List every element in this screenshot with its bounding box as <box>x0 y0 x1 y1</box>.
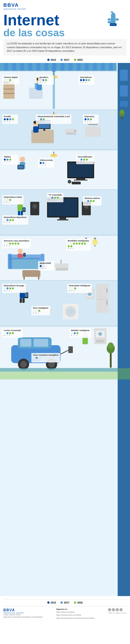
pago-dots <box>4 288 24 290</box>
dot-filled <box>84 242 86 244</box>
svg-rect-31 <box>3 89 14 90</box>
svg-point-109 <box>92 239 98 245</box>
dot-filled <box>12 332 14 334</box>
innovation-subtitle: INNOVATION CENTER <box>3 8 127 10</box>
footer-credit-block: c b n s Gráfico: Prodigioso Volcán <box>108 608 127 614</box>
ereaders-dots <box>40 79 52 81</box>
by-icon: b <box>112 608 115 611</box>
dot-filled <box>90 118 92 120</box>
dot-filled <box>74 332 76 334</box>
dot-filled <box>80 158 82 160</box>
portatil-dots <box>4 118 16 120</box>
dot-filled <box>6 118 8 120</box>
dot-filled <box>92 200 94 202</box>
dot-empty <box>71 332 73 334</box>
impresora-dots <box>84 118 97 120</box>
dot-filled <box>36 357 38 359</box>
svg-rect-102 <box>55 264 68 268</box>
svg-rect-123 <box>96 284 109 313</box>
smartphone-dots <box>80 79 92 81</box>
device-estereo: Sistema estéreo 0 2 3 <box>83 196 102 206</box>
svg-rect-17 <box>120 70 128 81</box>
dot-filled <box>9 288 11 290</box>
svg-rect-74 <box>18 165 23 169</box>
coche-dots <box>4 332 21 334</box>
dot-filled <box>42 162 44 164</box>
svg-point-143 <box>20 361 27 368</box>
dot-filled <box>9 118 11 120</box>
cc-icon: c <box>108 608 111 611</box>
dot-empty <box>78 158 80 160</box>
header: BBVA INNOVATION CENTER <box>0 0 130 11</box>
dot-empty <box>4 199 6 201</box>
device-impresora: Impresora 1 1 1 <box>83 114 98 124</box>
device-descodificador: Descodificador 0 2 3 <box>76 155 94 164</box>
svg-rect-126 <box>106 300 107 305</box>
dot-filled <box>76 242 78 244</box>
dot-filled <box>88 79 90 81</box>
svg-point-10 <box>114 24 115 25</box>
dot-empty <box>4 242 6 244</box>
dot-empty <box>72 288 74 290</box>
legend-2022: 2022 <box>74 58 83 61</box>
svg-rect-114 <box>24 253 25 256</box>
footer-social-title: Síguenos en: <box>56 608 94 610</box>
dot-empty <box>84 200 86 202</box>
svg-rect-1 <box>110 12 113 12</box>
dot-filled <box>68 245 70 247</box>
svg-point-59 <box>74 130 76 132</box>
dot-filled <box>81 242 83 244</box>
dot-filled <box>12 242 14 244</box>
svg-rect-58 <box>66 132 76 134</box>
dot-empty <box>70 242 72 244</box>
svg-point-83 <box>33 205 36 208</box>
svg-rect-56 <box>88 124 98 125</box>
dot-filled <box>6 332 8 334</box>
deportivos-dots <box>4 219 27 221</box>
device-pago: Dispositivos de pago 0 1 2 <box>2 284 26 293</box>
svg-point-135 <box>68 308 74 315</box>
svg-point-162 <box>108 342 114 349</box>
svg-rect-158 <box>52 63 55 72</box>
dot-filled <box>90 200 92 202</box>
dot-filled <box>43 118 45 120</box>
footer-legend-2022: 2022 <box>74 601 83 604</box>
dot-empty <box>38 118 40 120</box>
hero-section: Internet de las cosas <box>0 11 130 39</box>
svg-rect-80 <box>57 219 68 220</box>
svg-rect-92 <box>20 211 23 216</box>
dot-filled <box>12 219 14 221</box>
sa-icon: s <box>120 608 122 611</box>
bbva-logo: BBVA INNOVATION CENTER <box>3 2 127 10</box>
footer: 2012 2017 2022 BBVA INNOVATION CENTER Fu… <box>0 597 130 622</box>
sensores-dots <box>4 242 29 244</box>
medidor-dots <box>71 332 90 334</box>
dot-empty <box>42 265 44 267</box>
legend-2017: 2017 <box>60 58 69 61</box>
dot-filled <box>70 245 72 247</box>
device-salud: Dispositivos Salud 0 0 1 <box>2 195 24 204</box>
device-smartphone: Smartphone 2 4 4 <box>78 75 94 85</box>
dot-filled <box>12 118 14 120</box>
dot-filled <box>4 158 6 160</box>
svg-point-9 <box>113 24 114 25</box>
dot-filled <box>54 197 56 199</box>
dot-empty <box>38 357 40 359</box>
dot-empty <box>33 310 35 312</box>
hand-icon <box>102 11 124 34</box>
dot-filled <box>6 158 8 160</box>
device-tableta: Tableta 1 2 2 <box>2 155 18 164</box>
dot-empty <box>4 288 6 290</box>
dot-filled <box>14 242 16 244</box>
legend-2012: 2012 <box>47 58 56 61</box>
svg-rect-18 <box>120 85 128 96</box>
svg-rect-66 <box>76 178 85 180</box>
house-infographic: Cámara digital 0 0 1 Ereaders 0 2 2 Smar… <box>0 63 130 597</box>
svg-point-69 <box>68 180 71 184</box>
dot-filled <box>83 158 85 160</box>
svg-rect-6 <box>108 21 116 23</box>
visor-dots <box>33 357 58 359</box>
svg-point-22 <box>120 110 124 114</box>
svg-rect-125 <box>106 288 107 292</box>
svg-rect-4 <box>108 18 111 20</box>
